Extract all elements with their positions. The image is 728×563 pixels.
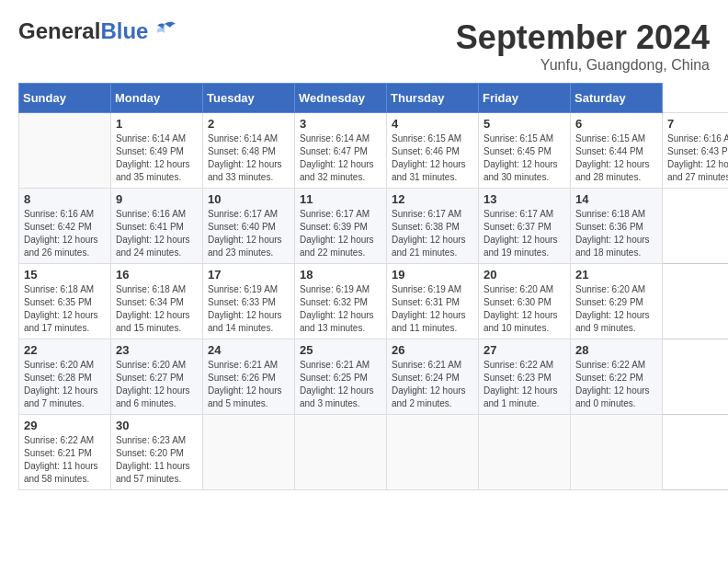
logo-general: General xyxy=(18,18,100,44)
calendar-cell: 30Sunrise: 6:23 AMSunset: 6:20 PMDayligh… xyxy=(111,415,203,490)
weekday-header-sunday: Sunday xyxy=(19,84,111,113)
day-info: Sunrise: 6:20 AMSunset: 6:27 PMDaylight:… xyxy=(116,359,198,410)
calendar-cell: 19Sunrise: 6:19 AMSunset: 6:31 PMDayligh… xyxy=(387,264,479,339)
calendar-cell: 3Sunrise: 6:14 AMSunset: 6:47 PMDaylight… xyxy=(295,113,387,189)
calendar-cell: 7Sunrise: 6:16 AMSunset: 6:43 PMDaylight… xyxy=(663,113,729,189)
location-subtitle: Yunfu, Guangdong, China xyxy=(456,57,710,74)
calendar-cell: 16Sunrise: 6:18 AMSunset: 6:34 PMDayligh… xyxy=(111,264,203,339)
calendar-week-row: 29Sunrise: 6:22 AMSunset: 6:21 PMDayligh… xyxy=(19,415,729,490)
day-number: 13 xyxy=(483,192,565,206)
calendar-week-row: 1Sunrise: 6:14 AMSunset: 6:49 PMDaylight… xyxy=(19,113,729,189)
calendar-cell: 5Sunrise: 6:15 AMSunset: 6:45 PMDaylight… xyxy=(479,113,571,189)
day-info: Sunrise: 6:22 AMSunset: 6:23 PMDaylight:… xyxy=(483,359,565,410)
calendar-cell xyxy=(295,415,387,490)
day-info: Sunrise: 6:21 AMSunset: 6:25 PMDaylight:… xyxy=(300,359,381,410)
day-number: 8 xyxy=(24,192,106,206)
calendar-week-row: 15Sunrise: 6:18 AMSunset: 6:35 PMDayligh… xyxy=(19,264,729,339)
day-info: Sunrise: 6:17 AMSunset: 6:38 PMDaylight:… xyxy=(392,208,473,259)
day-number: 27 xyxy=(483,343,565,357)
day-info: Sunrise: 6:21 AMSunset: 6:26 PMDaylight:… xyxy=(208,359,290,410)
calendar-week-row: 8Sunrise: 6:16 AMSunset: 6:42 PMDaylight… xyxy=(19,189,729,264)
day-number: 20 xyxy=(483,268,565,282)
calendar-cell: 25Sunrise: 6:21 AMSunset: 6:25 PMDayligh… xyxy=(295,339,387,415)
day-info: Sunrise: 6:17 AMSunset: 6:40 PMDaylight:… xyxy=(208,208,290,259)
day-info: Sunrise: 6:16 AMSunset: 6:42 PMDaylight:… xyxy=(24,208,106,259)
day-number: 26 xyxy=(392,343,473,357)
day-number: 24 xyxy=(208,343,290,357)
day-info: Sunrise: 6:20 AMSunset: 6:28 PMDaylight:… xyxy=(24,359,106,410)
calendar-cell xyxy=(479,415,571,490)
calendar-cell: 1Sunrise: 6:14 AMSunset: 6:49 PMDaylight… xyxy=(111,113,203,189)
day-number: 6 xyxy=(575,117,657,131)
calendar-cell: 29Sunrise: 6:22 AMSunset: 6:21 PMDayligh… xyxy=(19,415,111,490)
day-number: 30 xyxy=(116,419,198,432)
weekday-header-monday: Monday xyxy=(111,84,203,113)
title-section: September 2024 Yunfu, Guangdong, China xyxy=(456,18,710,74)
day-info: Sunrise: 6:14 AMSunset: 6:49 PMDaylight:… xyxy=(116,132,198,184)
calendar-cell: 18Sunrise: 6:19 AMSunset: 6:32 PMDayligh… xyxy=(295,264,387,339)
day-info: Sunrise: 6:22 AMSunset: 6:21 PMDaylight:… xyxy=(24,434,106,486)
day-info: Sunrise: 6:15 AMSunset: 6:46 PMDaylight:… xyxy=(392,132,473,184)
day-number: 12 xyxy=(392,192,473,206)
calendar-cell xyxy=(571,415,663,490)
day-number: 17 xyxy=(208,268,290,282)
day-number: 16 xyxy=(116,268,198,282)
calendar-cell: 11Sunrise: 6:17 AMSunset: 6:39 PMDayligh… xyxy=(295,189,387,264)
day-info: Sunrise: 6:14 AMSunset: 6:47 PMDaylight:… xyxy=(300,132,381,184)
calendar-cell: 2Sunrise: 6:14 AMSunset: 6:48 PMDaylight… xyxy=(203,113,295,189)
calendar-table: SundayMondayTuesdayWednesdayThursdayFrid… xyxy=(18,83,728,490)
calendar-cell: 27Sunrise: 6:22 AMSunset: 6:23 PMDayligh… xyxy=(479,339,571,415)
calendar-cell: 26Sunrise: 6:21 AMSunset: 6:24 PMDayligh… xyxy=(387,339,479,415)
calendar-cell: 24Sunrise: 6:21 AMSunset: 6:26 PMDayligh… xyxy=(203,339,295,415)
day-info: Sunrise: 6:22 AMSunset: 6:22 PMDaylight:… xyxy=(575,359,657,410)
day-number: 23 xyxy=(116,343,198,357)
day-number: 21 xyxy=(575,268,657,282)
calendar-cell: 12Sunrise: 6:17 AMSunset: 6:38 PMDayligh… xyxy=(387,189,479,264)
calendar-cell: 8Sunrise: 6:16 AMSunset: 6:42 PMDaylight… xyxy=(19,189,111,264)
calendar-cell: 23Sunrise: 6:20 AMSunset: 6:27 PMDayligh… xyxy=(111,339,203,415)
day-info: Sunrise: 6:20 AMSunset: 6:30 PMDaylight:… xyxy=(483,283,565,335)
day-info: Sunrise: 6:15 AMSunset: 6:44 PMDaylight:… xyxy=(575,132,657,184)
day-number: 19 xyxy=(392,268,473,282)
day-info: Sunrise: 6:17 AMSunset: 6:37 PMDaylight:… xyxy=(483,208,565,259)
weekday-header-thursday: Thursday xyxy=(387,84,479,113)
day-info: Sunrise: 6:18 AMSunset: 6:34 PMDaylight:… xyxy=(116,283,198,335)
day-info: Sunrise: 6:17 AMSunset: 6:39 PMDaylight:… xyxy=(300,208,381,259)
day-number: 1 xyxy=(116,117,198,131)
day-number: 18 xyxy=(300,268,381,282)
day-number: 7 xyxy=(667,117,728,131)
day-info: Sunrise: 6:18 AMSunset: 6:35 PMDaylight:… xyxy=(24,283,106,335)
day-number: 25 xyxy=(300,343,381,357)
calendar-cell: 28Sunrise: 6:22 AMSunset: 6:22 PMDayligh… xyxy=(571,339,663,415)
day-info: Sunrise: 6:14 AMSunset: 6:48 PMDaylight:… xyxy=(208,132,290,184)
weekday-header-friday: Friday xyxy=(479,84,571,113)
calendar-cell: 17Sunrise: 6:19 AMSunset: 6:33 PMDayligh… xyxy=(203,264,295,339)
day-number: 2 xyxy=(208,117,290,131)
calendar-week-row: 22Sunrise: 6:20 AMSunset: 6:28 PMDayligh… xyxy=(19,339,729,415)
day-number: 3 xyxy=(300,117,381,131)
weekday-header-saturday: Saturday xyxy=(571,84,663,113)
page-header: General Blue September 2024 Yunfu, Guang… xyxy=(18,18,710,74)
calendar-cell: 4Sunrise: 6:15 AMSunset: 6:46 PMDaylight… xyxy=(387,113,479,189)
day-number: 22 xyxy=(24,343,106,357)
calendar-cell: 10Sunrise: 6:17 AMSunset: 6:40 PMDayligh… xyxy=(203,189,295,264)
calendar-cell: 14Sunrise: 6:18 AMSunset: 6:36 PMDayligh… xyxy=(571,189,663,264)
logo-blue: Blue xyxy=(100,18,148,44)
day-info: Sunrise: 6:21 AMSunset: 6:24 PMDaylight:… xyxy=(392,359,473,410)
bird-icon xyxy=(152,20,177,42)
day-info: Sunrise: 6:19 AMSunset: 6:33 PMDaylight:… xyxy=(208,283,290,335)
day-info: Sunrise: 6:16 AMSunset: 6:41 PMDaylight:… xyxy=(116,208,198,259)
weekday-header-wednesday: Wednesday xyxy=(295,84,387,113)
day-info: Sunrise: 6:20 AMSunset: 6:29 PMDaylight:… xyxy=(575,283,657,335)
calendar-cell: 21Sunrise: 6:20 AMSunset: 6:29 PMDayligh… xyxy=(571,264,663,339)
day-number: 5 xyxy=(483,117,565,131)
calendar-cell xyxy=(387,415,479,490)
day-number: 9 xyxy=(116,192,198,206)
day-info: Sunrise: 6:23 AMSunset: 6:20 PMDaylight:… xyxy=(116,434,198,486)
calendar-cell: 20Sunrise: 6:20 AMSunset: 6:30 PMDayligh… xyxy=(479,264,571,339)
day-info: Sunrise: 6:18 AMSunset: 6:36 PMDaylight:… xyxy=(575,208,657,259)
weekday-header-row: SundayMondayTuesdayWednesdayThursdayFrid… xyxy=(19,84,729,113)
calendar-cell: 9Sunrise: 6:16 AMSunset: 6:41 PMDaylight… xyxy=(111,189,203,264)
logo: General Blue xyxy=(18,18,177,44)
day-info: Sunrise: 6:16 AMSunset: 6:43 PMDaylight:… xyxy=(667,132,728,184)
